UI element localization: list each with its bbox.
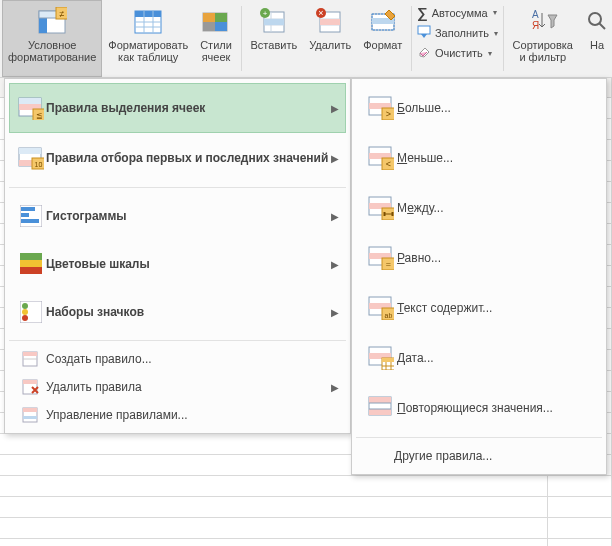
between-icon [365, 196, 397, 220]
svg-rect-20 [264, 19, 284, 25]
svg-text:>: > [386, 109, 391, 119]
clear-label: Очистить [435, 47, 483, 59]
svg-rect-6 [135, 11, 161, 17]
format-cells-icon [369, 5, 397, 39]
menu-item-data-bars[interactable]: Гистограммы ▶ [9, 192, 346, 240]
svg-rect-79 [392, 212, 394, 216]
submenu-arrow-icon: ▶ [331, 153, 339, 164]
svg-rect-91 [382, 358, 394, 362]
submenu-greater-than[interactable]: > Больше... [356, 83, 602, 133]
find-icon [585, 5, 609, 39]
chevron-down-icon: ▾ [488, 49, 492, 58]
delete-cells-icon: × [316, 5, 344, 39]
menu-item-clear-rules[interactable]: Удалить правила ▶ [9, 373, 346, 401]
svg-rect-38 [19, 98, 41, 104]
eraser-icon [417, 45, 431, 61]
svg-text:≦: ≦ [36, 111, 43, 120]
submenu-duplicate-values[interactable]: Повторяющиеся значения... [356, 383, 602, 433]
svg-rect-53 [20, 267, 42, 274]
format-button[interactable]: Формат [357, 0, 408, 77]
svg-rect-64 [23, 408, 37, 412]
submenu-more-rules[interactable]: Другие правила... [354, 442, 604, 470]
menu-item-new-rule[interactable]: Создать правило... [9, 345, 346, 373]
find-select-button[interactable]: На [579, 0, 610, 77]
submenu-less-than[interactable]: < Меньше... [356, 133, 602, 183]
clear-button[interactable]: Очистить ▾ [417, 45, 498, 61]
submenu-label: Другие правила... [394, 449, 492, 463]
svg-point-55 [22, 303, 28, 309]
submenu-text-contains[interactable]: ab Текст содержит... [356, 283, 602, 333]
svg-rect-65 [23, 416, 37, 419]
svg-rect-62 [23, 380, 37, 384]
format-as-table-button[interactable]: Форматировать как таблицу [102, 0, 194, 77]
sort-filter-label: Сортировка и фильтр [513, 39, 573, 63]
submenu-arrow-icon: ▶ [331, 307, 339, 318]
svg-line-36 [599, 23, 605, 29]
menu-item-highlight-rules[interactable]: ≦ Правила выделения ячеек ▶ [9, 83, 346, 133]
ribbon-toolbar: ≠ Условное форматирование Форматировать … [0, 0, 612, 78]
menu-item-manage-rules[interactable]: Управление правилами... [9, 401, 346, 429]
submenu-label: Равно... [397, 251, 441, 265]
sort-filter-icon: АЯ [528, 5, 558, 39]
delete-label: Удалить [309, 39, 351, 51]
svg-point-56 [22, 309, 28, 315]
submenu-between[interactable]: Между... [356, 183, 602, 233]
menu-item-color-scales[interactable]: Цветовые шкалы ▶ [9, 240, 346, 288]
svg-text:+: + [263, 9, 268, 18]
highlight-rules-icon: ≦ [16, 96, 46, 120]
conditional-formatting-button[interactable]: ≠ Условное форматирование [2, 0, 102, 77]
sort-filter-button[interactable]: АЯ Сортировка и фильтр [507, 0, 579, 77]
menu-item-label: Цветовые шкалы [46, 257, 331, 271]
conditional-formatting-icon: ≠ [37, 5, 67, 39]
ribbon-separator [503, 6, 504, 71]
menu-item-icon-sets[interactable]: Наборы значков ▶ [9, 288, 346, 336]
submenu-label: Дата... [397, 351, 434, 365]
menu-item-label: Создать правило... [46, 352, 339, 366]
editing-group: ∑ Автосумма ▾ Заполнить ▾ Очистить ▾ [415, 0, 500, 77]
sigma-icon: ∑ [417, 4, 428, 21]
insert-label: Вставить [251, 39, 298, 51]
svg-rect-15 [215, 22, 227, 31]
conditional-formatting-label: Условное форматирование [8, 39, 96, 63]
svg-text:10: 10 [35, 161, 43, 168]
autosum-button[interactable]: ∑ Автосумма ▾ [417, 4, 498, 21]
submenu-equal-to[interactable]: = Равно... [356, 233, 602, 283]
fill-button[interactable]: Заполнить ▾ [417, 25, 498, 41]
date-icon [365, 346, 397, 370]
text-contains-icon: ab [365, 296, 397, 320]
delete-button[interactable]: × Удалить [303, 0, 357, 77]
svg-rect-78 [384, 212, 386, 216]
top-bottom-icon: 10 [16, 146, 46, 170]
svg-rect-26 [320, 19, 340, 25]
autosum-label: Автосумма [432, 7, 488, 19]
svg-rect-50 [21, 219, 39, 223]
svg-text:А: А [532, 9, 539, 20]
submenu-label: Между... [397, 201, 444, 215]
cell-styles-button[interactable]: Стили ячеек [194, 0, 238, 77]
insert-cells-icon: + [260, 5, 288, 39]
format-as-table-icon [133, 5, 163, 39]
svg-rect-51 [20, 253, 42, 260]
chevron-down-icon: ▾ [493, 8, 497, 17]
manage-rules-icon [16, 407, 46, 423]
svg-rect-32 [418, 26, 430, 34]
color-scales-icon [16, 253, 46, 275]
menu-separator [9, 187, 346, 188]
submenu-arrow-icon: ▶ [331, 211, 339, 222]
duplicate-values-icon [365, 396, 397, 420]
chevron-down-icon: ▾ [494, 29, 498, 38]
ribbon-separator [241, 6, 242, 71]
menu-item-label: Наборы значков [46, 305, 331, 319]
svg-text:=: = [386, 259, 391, 269]
submenu-label: Текст содержит... [397, 301, 492, 315]
menu-item-top-bottom[interactable]: 10 Правила отбора первых и последних зна… [9, 133, 346, 183]
fill-label: Заполнить [435, 27, 489, 39]
highlight-rules-submenu: > Больше... < Меньше... Между... = Равно… [351, 78, 607, 475]
menu-item-label: Правила отбора первых и последних значен… [46, 151, 331, 165]
submenu-date-occurring[interactable]: Дата... [356, 333, 602, 383]
svg-rect-52 [20, 260, 42, 267]
insert-button[interactable]: + Вставить [245, 0, 304, 77]
ribbon-separator [411, 6, 412, 71]
less-than-icon: < [365, 146, 397, 170]
greater-than-icon: > [365, 96, 397, 120]
